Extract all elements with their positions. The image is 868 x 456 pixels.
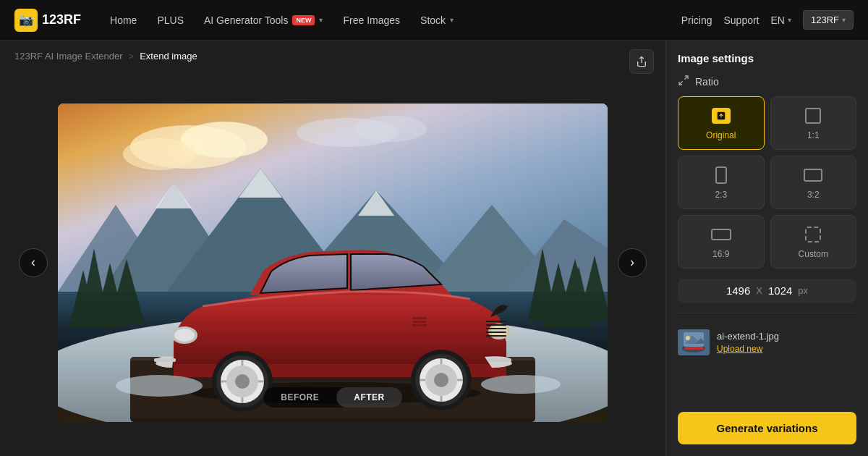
logo[interactable]: 📷 123RF: [14, 9, 81, 32]
ratio-icon: [678, 75, 689, 89]
prev-image-button[interactable]: ‹: [19, 248, 48, 277]
dimension-height: 1024: [768, 284, 792, 297]
file-details: ai-extend-1.jpg Upload new: [717, 331, 779, 354]
ratio-2-3-button[interactable]: 2:3: [678, 156, 765, 209]
user-menu[interactable]: 123RF ▾: [803, 10, 854, 30]
nav-item-stock[interactable]: Stock ▾: [412, 10, 462, 30]
dimension-width: 1496: [726, 284, 750, 297]
chevron-down-icon: ▾: [319, 16, 323, 24]
settings-title: Image settings: [678, 52, 856, 64]
image-display: BEFORE AFTER: [58, 104, 608, 422]
nav-item-home[interactable]: Home: [101, 10, 145, 30]
chevron-down-icon-lang: ▾: [788, 16, 791, 24]
nav-item-plus[interactable]: PLUS: [148, 10, 192, 30]
ratio-3-2-button[interactable]: 3:2: [770, 156, 857, 209]
svg-point-4: [123, 138, 195, 170]
left-panel: 123RF AI Image Extender > Extend image ‹: [0, 41, 665, 456]
ratio-1-1-button[interactable]: 1:1: [770, 96, 857, 150]
ratio-header: Ratio: [678, 75, 856, 89]
square-ratio-icon: [803, 106, 823, 126]
after-button[interactable]: AFTER: [336, 387, 402, 408]
chevron-down-icon-stock: ▾: [450, 16, 454, 24]
landscape-ratio-icon: [803, 165, 823, 185]
nav-right: Pricing Support EN ▾ 123RF ▾: [681, 10, 854, 30]
svg-rect-44: [412, 317, 427, 319]
breadcrumb-current: Extend image: [140, 51, 197, 62]
ratio-grid: Original 1:1 2:3: [678, 96, 856, 269]
dimensions-display: 1496 X 1024 px: [678, 279, 856, 303]
nav-language[interactable]: EN ▾: [771, 14, 791, 26]
nav-badge-new: NEW: [292, 15, 315, 25]
svg-point-51: [434, 373, 448, 387]
ratio-custom-button[interactable]: Custom: [770, 215, 857, 269]
svg-point-36: [174, 329, 195, 342]
car-scene: [58, 104, 608, 422]
svg-point-73: [686, 336, 690, 340]
wide-ratio-icon: [711, 224, 731, 245]
before-after-toggle: BEFORE AFTER: [263, 387, 402, 408]
portrait-ratio-icon: [711, 165, 731, 185]
chevron-down-icon-user: ▾: [842, 16, 846, 24]
breadcrumb: 123RF AI Image Extender > Extend image: [0, 41, 665, 69]
before-button[interactable]: BEFORE: [263, 387, 336, 408]
svg-rect-34: [154, 358, 176, 362]
file-info: ai-extend-1.jpg Upload new: [678, 324, 856, 361]
breadcrumb-parent[interactable]: 123RF AI Image Extender: [14, 51, 123, 62]
logo-text: 123RF: [42, 12, 81, 28]
file-name: ai-extend-1.jpg: [717, 331, 779, 342]
navbar: 📷 123RF Home PLUS AI Generator Tools NEW…: [0, 0, 868, 41]
generate-variations-button[interactable]: Generate variations: [678, 412, 856, 444]
svg-rect-39: [486, 321, 506, 322]
svg-point-6: [354, 116, 427, 142]
svg-rect-42: [486, 332, 506, 333]
svg-rect-33: [488, 358, 511, 362]
svg-rect-43: [486, 335, 506, 337]
breadcrumb-separator: >: [129, 51, 135, 62]
logo-icon: 📷: [14, 9, 38, 32]
svg-point-65: [116, 375, 203, 397]
nav-item-ai-tools[interactable]: AI Generator Tools NEW ▾: [195, 10, 331, 30]
svg-rect-46: [412, 324, 427, 326]
nav-item-free-images[interactable]: Free Images: [334, 10, 409, 30]
original-icon: [711, 106, 731, 126]
svg-rect-45: [412, 321, 427, 323]
next-image-button[interactable]: ›: [618, 248, 647, 277]
ratio-section: Ratio Original: [678, 75, 856, 269]
svg-rect-41: [486, 328, 506, 329]
svg-point-66: [481, 375, 561, 394]
svg-point-60: [235, 374, 250, 389]
nav-pricing[interactable]: Pricing: [681, 14, 712, 26]
image-area: ‹: [7, 69, 658, 456]
dimension-unit: px: [798, 285, 808, 296]
ratio-original-button[interactable]: Original: [678, 96, 765, 150]
divider: [678, 313, 856, 313]
svg-rect-40: [486, 324, 506, 326]
file-thumbnail: [678, 329, 710, 355]
right-panel: Image settings Ratio: [665, 41, 868, 456]
main-content: 123RF AI Image Extender > Extend image ‹: [0, 41, 868, 456]
dimension-separator: X: [756, 285, 762, 296]
custom-ratio-icon: [803, 224, 823, 245]
ratio-16-9-button[interactable]: 16:9: [678, 215, 765, 269]
nav-support[interactable]: Support: [723, 14, 759, 26]
upload-new-link[interactable]: Upload new: [717, 344, 779, 354]
nav-items: Home PLUS AI Generator Tools NEW ▾ Free …: [101, 10, 681, 30]
